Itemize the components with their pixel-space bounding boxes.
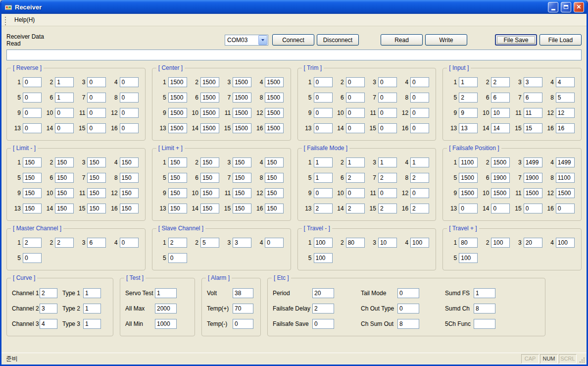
group-failsafe-position-input-7[interactable] (524, 173, 542, 183)
group-failsafe-mode-input-10[interactable] (346, 188, 365, 198)
group-limit-minus-input-3[interactable] (87, 157, 106, 167)
curve-channel-input-1[interactable] (40, 288, 57, 298)
group-limit-plus-input-3[interactable] (233, 157, 251, 167)
menu-help[interactable]: Help(H) (10, 15, 39, 25)
group-limit-minus-input-6[interactable] (55, 173, 74, 183)
group-failsafe-position-input-3[interactable] (524, 157, 542, 167)
com-port-select[interactable]: COM03 (225, 35, 268, 46)
group-travel-minus-input-1[interactable] (314, 238, 333, 248)
group-center-input-3[interactable] (233, 77, 251, 87)
group-trim-input-13[interactable] (314, 123, 333, 133)
group-failsafe-position-input-8[interactable] (556, 173, 575, 183)
group-center-input-7[interactable] (233, 93, 251, 103)
test-input-servo-test[interactable] (155, 288, 177, 298)
group-travel-plus-input-3[interactable] (524, 238, 542, 248)
group-limit-minus-input-9[interactable] (23, 188, 42, 198)
group-center-input-9[interactable] (168, 108, 187, 118)
group-trim-input-4[interactable] (410, 77, 429, 87)
test-input-all-max[interactable] (155, 304, 177, 314)
etc-input-failsafe-save[interactable] (312, 319, 334, 329)
group-master-channel-input-1[interactable] (23, 238, 42, 248)
group-slave-channel-input-2[interactable] (200, 238, 219, 248)
group-center-input-14[interactable] (200, 123, 219, 133)
file-load-button[interactable]: File Load (539, 34, 582, 46)
group-master-channel-input-5[interactable] (23, 253, 42, 263)
group-failsafe-mode-input-5[interactable] (314, 173, 333, 183)
curve-type-input-3[interactable] (83, 319, 101, 329)
group-slave-channel-input-1[interactable] (168, 238, 187, 248)
group-master-channel-input-3[interactable] (87, 238, 106, 248)
group-travel-minus-input-2[interactable] (346, 238, 365, 248)
group-failsafe-position-input-14[interactable] (491, 204, 510, 213)
etc-input-sumd-ch[interactable] (474, 304, 495, 314)
group-limit-plus-input-14[interactable] (200, 204, 219, 213)
etc-input-5ch-func[interactable] (474, 319, 495, 329)
group-input-input-4[interactable] (556, 77, 575, 87)
group-limit-plus-input-12[interactable] (265, 188, 284, 198)
group-failsafe-mode-input-1[interactable] (314, 157, 333, 167)
group-limit-plus-input-7[interactable] (233, 173, 251, 183)
group-travel-plus-input-5[interactable] (459, 253, 478, 263)
group-failsafe-mode-input-4[interactable] (410, 157, 429, 167)
group-master-channel-input-4[interactable] (120, 238, 139, 248)
group-center-input-12[interactable] (265, 108, 284, 118)
group-reverse-input-6[interactable] (55, 93, 74, 103)
etc-input-tail-mode[interactable] (397, 288, 419, 298)
group-input-input-11[interactable] (524, 108, 542, 118)
com-port-dropdown-button[interactable] (258, 35, 267, 45)
maximize-button[interactable] (561, 2, 571, 12)
etc-input-ch-out-type[interactable] (397, 304, 419, 314)
group-failsafe-position-input-5[interactable] (459, 173, 478, 183)
connect-button[interactable]: Connect (272, 34, 314, 46)
group-failsafe-mode-input-8[interactable] (410, 173, 429, 183)
group-travel-minus-input-3[interactable] (378, 238, 397, 248)
group-center-input-1[interactable] (168, 77, 187, 87)
etc-input-failsafe-delay[interactable] (312, 304, 334, 314)
group-input-input-10[interactable] (491, 108, 510, 118)
group-slave-channel-input-4[interactable] (265, 238, 284, 248)
group-failsafe-mode-input-9[interactable] (314, 188, 333, 198)
group-failsafe-mode-input-16[interactable] (410, 204, 429, 213)
group-failsafe-position-input-1[interactable] (459, 157, 478, 167)
group-travel-minus-input-5[interactable] (314, 253, 333, 263)
curve-type-input-2[interactable] (83, 304, 101, 314)
group-input-input-14[interactable] (491, 123, 510, 133)
group-input-input-15[interactable] (524, 123, 542, 133)
group-failsafe-position-input-4[interactable] (556, 157, 575, 167)
close-button[interactable]: ✕ (574, 2, 584, 12)
disconnect-button[interactable]: Disconnect (317, 34, 359, 46)
group-master-channel-input-2[interactable] (55, 238, 74, 248)
group-input-input-5[interactable] (459, 93, 478, 103)
group-limit-minus-input-5[interactable] (23, 173, 42, 183)
group-travel-minus-input-4[interactable] (410, 238, 429, 248)
group-limit-minus-input-7[interactable] (87, 173, 106, 183)
group-trim-input-12[interactable] (410, 108, 429, 118)
group-limit-minus-input-15[interactable] (87, 204, 106, 213)
group-reverse-input-12[interactable] (120, 108, 139, 118)
group-limit-plus-input-9[interactable] (168, 188, 187, 198)
group-failsafe-position-input-11[interactable] (524, 188, 542, 198)
group-input-input-7[interactable] (524, 93, 542, 103)
read-button[interactable]: Read (381, 34, 423, 46)
group-trim-input-6[interactable] (346, 93, 365, 103)
group-limit-plus-input-2[interactable] (200, 157, 219, 167)
group-limit-plus-input-8[interactable] (265, 173, 284, 183)
group-limit-minus-input-14[interactable] (55, 204, 74, 213)
group-failsafe-mode-input-6[interactable] (346, 173, 365, 183)
group-reverse-input-9[interactable] (23, 108, 42, 118)
group-failsafe-position-input-2[interactable] (491, 157, 510, 167)
group-slave-channel-input-3[interactable] (233, 238, 251, 248)
group-failsafe-position-input-9[interactable] (459, 188, 478, 198)
group-failsafe-position-input-15[interactable] (524, 204, 542, 213)
group-center-input-16[interactable] (265, 123, 284, 133)
etc-input-period[interactable] (312, 288, 334, 298)
group-trim-input-11[interactable] (378, 108, 397, 118)
resize-grip-icon[interactable] (584, 362, 585, 363)
group-failsafe-position-input-12[interactable] (556, 188, 575, 198)
group-trim-input-9[interactable] (314, 108, 333, 118)
group-trim-input-16[interactable] (410, 123, 429, 133)
group-input-input-8[interactable] (556, 93, 575, 103)
group-trim-input-7[interactable] (378, 93, 397, 103)
group-limit-plus-input-4[interactable] (265, 157, 284, 167)
group-trim-input-2[interactable] (346, 77, 365, 87)
